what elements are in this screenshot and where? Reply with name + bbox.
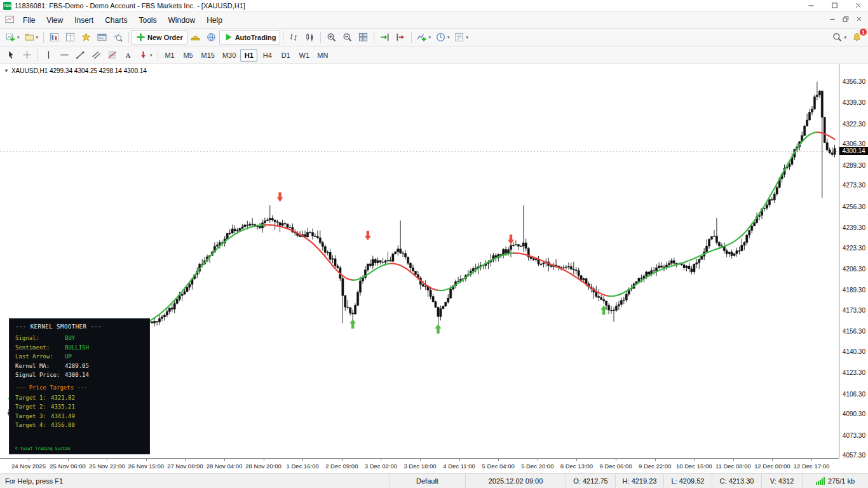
timeframe-w1[interactable]: W1 (295, 49, 313, 62)
time-axis-label: 3 Dec 18:00 (403, 463, 436, 470)
search-icon (832, 32, 842, 42)
timeframe-d1[interactable]: D1 (277, 49, 294, 62)
window-title: 11836081: FBS-Demo - Demo Account - FBS … (15, 2, 245, 10)
menu-window[interactable]: Window (163, 13, 201, 27)
text-button[interactable]: A (120, 48, 136, 62)
win-min-icon (807, 1, 815, 11)
time-axis-label: 12 Dec 00:00 (754, 463, 790, 470)
bar-chart-icon (289, 32, 299, 42)
expert-advisors-button[interactable] (187, 30, 203, 44)
horizontal-line-button[interactable] (57, 48, 72, 62)
arrows-button-caret[interactable]: ▾ (150, 53, 153, 58)
time-axis[interactable]: 24 Nov 202525 Nov 06:0025 Nov 22:0026 No… (0, 458, 839, 473)
status-bar: For Help, press F1 Default 2025.12.02 09… (0, 473, 868, 488)
autotrading-button[interactable]: AutoTrading (219, 30, 281, 44)
current-price-badge: 4300.14 (839, 147, 868, 155)
timeframe-m1[interactable]: M1 (161, 49, 179, 62)
time-axis-tick (616, 459, 616, 461)
chart-close-button[interactable] (852, 15, 865, 26)
new-order-button[interactable]: New Order (132, 30, 187, 44)
status-profile[interactable]: Default (389, 474, 465, 488)
arrows-button[interactable]: ▾ (136, 48, 155, 62)
window-maximize-button[interactable] (824, 0, 844, 11)
kernel-row: Signal:BUY (15, 335, 144, 341)
price-axis[interactable]: 4300.14 4356.304339.304322.304306.304289… (839, 64, 868, 458)
menu-insert[interactable]: Insert (69, 13, 99, 27)
templates-button-caret[interactable]: ▾ (466, 35, 468, 40)
periods-button[interactable]: ▾ (433, 30, 452, 44)
time-axis-tick (381, 459, 381, 461)
menu-view[interactable]: View (41, 13, 69, 27)
periods-button-caret[interactable]: ▾ (447, 35, 450, 40)
mt4-window: FBS 11836081: FBS-Demo - Demo Account - … (0, 0, 868, 488)
market-watch-button[interactable] (46, 30, 62, 44)
search-button[interactable]: ▾ (830, 30, 849, 44)
status-help-text: For Help, press F1 (0, 474, 389, 488)
status-traffic: 275/1 kb (802, 474, 868, 488)
indicators-button[interactable]: ▾ (414, 30, 433, 44)
one-click-collapse-icon[interactable]: ▼ (4, 68, 9, 74)
globe-icon (207, 32, 216, 42)
new-chart-button-caret[interactable]: ▾ (17, 35, 20, 40)
price-axis-label: 4123.30 (843, 369, 865, 376)
menu-help[interactable]: Help (201, 13, 228, 27)
templates-button[interactable]: ▾ (452, 30, 471, 44)
window-close-button[interactable] (848, 0, 868, 11)
navigator-button[interactable] (78, 30, 94, 44)
timeframe-m5[interactable]: M5 (180, 49, 197, 62)
time-axis-label: 3 Dec 02:00 (365, 463, 397, 470)
cursor-button[interactable] (3, 48, 19, 62)
equidistant-channel-button[interactable] (88, 48, 104, 62)
play-green-icon (224, 32, 233, 42)
notifications-button[interactable]: 1 (849, 30, 865, 44)
candlestick-chart-button[interactable] (302, 30, 318, 44)
time-axis-label: 4 Dec 11:00 (443, 463, 475, 470)
profiles-button[interactable]: ▾ (22, 30, 41, 44)
symbol-ohlc-text: XAUUSD,H1 4299.34 4304.25 4298.14 4300.1… (11, 67, 147, 74)
timeframe-m15[interactable]: M15 (198, 49, 218, 62)
kernel-ma-line (609, 132, 817, 296)
chart-restore-button[interactable] (839, 15, 852, 26)
win-close-icon (854, 1, 862, 11)
profiles-button-caret[interactable]: ▾ (36, 35, 39, 40)
chart-area[interactable]: ▼ XAUUSD,H1 4299.34 4304.25 4298.14 4300… (0, 64, 868, 473)
time-axis-label: 9 Dec 06:00 (599, 463, 632, 470)
strategy-tester-button[interactable] (110, 30, 126, 44)
tile-windows-button[interactable] (355, 30, 371, 44)
bar-chart-button[interactable] (286, 30, 302, 44)
menu-charts[interactable]: Charts (99, 13, 133, 27)
window-minimize-button[interactable] (801, 0, 821, 11)
zoom-out-button[interactable] (339, 30, 355, 44)
kernel-row: Kernel MA:4289.05 (15, 363, 144, 369)
timeframe-m30[interactable]: M30 (219, 49, 239, 62)
standard-toolbar: ▾▾New OrderAutoTrading▾▾▾ ▾1 (0, 29, 868, 46)
chart-minimize-button[interactable] (825, 15, 839, 26)
time-axis-tick (655, 459, 656, 461)
vertical-line-button[interactable] (41, 48, 57, 62)
zoom-in-button[interactable] (323, 30, 339, 44)
crosshair-button[interactable] (19, 48, 35, 62)
timeframe-h4[interactable]: H4 (259, 49, 276, 62)
search-button-caret[interactable]: ▾ (844, 35, 846, 40)
kernel-smoother-panel: --- KERNEL SMOOTHER --- Signal:BUYSentim… (9, 318, 150, 454)
menu-file[interactable]: File (17, 13, 41, 27)
menu-tools[interactable]: Tools (133, 13, 163, 27)
time-axis-tick (420, 459, 421, 461)
new-chart-button[interactable]: ▾ (3, 30, 22, 44)
status-bar-datetime: 2025.12.02 09:00 (465, 474, 566, 488)
clock-icon (436, 32, 445, 42)
time-axis-tick (733, 459, 734, 461)
fibonacci-button[interactable] (104, 48, 120, 62)
data-window-button[interactable] (62, 30, 78, 44)
community-button[interactable] (203, 30, 219, 44)
trendline-button[interactable] (72, 48, 88, 62)
auto-scroll-button[interactable] (377, 30, 393, 44)
terminal-button[interactable] (94, 30, 110, 44)
chart-shift-button[interactable] (393, 30, 409, 44)
timeframe-h1[interactable]: H1 (240, 49, 257, 62)
profiles-icon (25, 32, 34, 42)
price-axis-label: 4256.30 (843, 203, 865, 210)
timeframe-mn[interactable]: MN (314, 49, 331, 62)
indicators-button-caret[interactable]: ▾ (428, 35, 431, 40)
kernel-row-label: Sentiment: (15, 344, 65, 351)
